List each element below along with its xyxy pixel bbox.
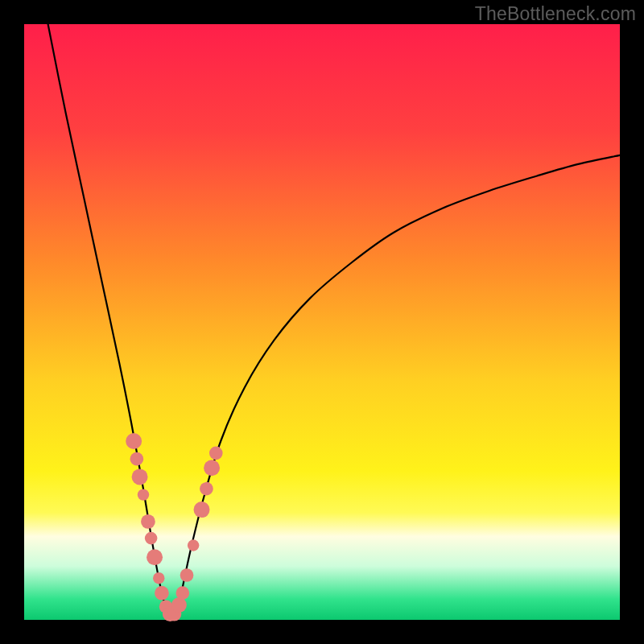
bead-marker <box>180 568 194 582</box>
bead-marker <box>204 460 220 476</box>
bottleneck-curve <box>48 24 620 624</box>
bead-marker <box>126 433 142 449</box>
chart-frame: TheBottleneck.com <box>0 0 644 644</box>
bead-marker <box>155 586 169 601</box>
bead-marker <box>145 532 158 545</box>
bead-marker <box>132 469 148 485</box>
bead-marker <box>147 549 163 565</box>
bead-marker <box>153 572 164 584</box>
watermark-text: TheBottleneck.com <box>475 3 636 25</box>
bead-marker <box>209 446 223 460</box>
curve-layer <box>24 24 620 620</box>
bead-marker <box>194 502 210 518</box>
bead-marker <box>138 489 149 500</box>
bead-marker <box>188 539 199 551</box>
bead-marker <box>176 586 190 600</box>
bead-marker <box>141 514 155 529</box>
bead-marker <box>171 597 187 613</box>
bead-marker <box>130 452 144 466</box>
bead-marker <box>200 482 213 496</box>
bead-markers <box>126 433 222 621</box>
